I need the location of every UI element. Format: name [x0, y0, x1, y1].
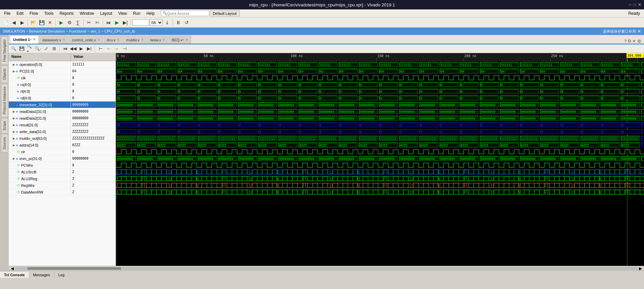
cut-button[interactable]: ✂ — [85, 18, 93, 27]
float-icon[interactable]: ⧉ — [628, 38, 631, 44]
signal-row[interactable]: ◈rs[4:0]0 — [9, 81, 116, 88]
run-for-button[interactable]: ⤓ — [163, 18, 171, 27]
undo-button[interactable]: ◀ — [10, 18, 18, 27]
expand-arrow[interactable]: ▶ — [13, 157, 15, 160]
menu-flow[interactable]: Flow — [27, 10, 41, 16]
expand-arrow[interactable]: ▶ — [13, 143, 15, 147]
sidebar-item-scope[interactable]: Scope — [1, 118, 8, 133]
tab-untitled1-close[interactable]: ✕ — [33, 38, 36, 41]
expand-arrow[interactable]: ▶ — [13, 110, 15, 113]
go-start-button[interactable]: ⏮ — [61, 45, 69, 52]
chinese-layout-text[interactable]: 选择或保存窗口布局 — [603, 29, 636, 34]
signal-row[interactable]: ▶ ◈readData1[31:0]00000000 — [9, 108, 116, 115]
tab-control-unite[interactable]: control_unite.v ✕ — [69, 36, 103, 44]
search-wave-button[interactable]: 🔍 — [10, 45, 17, 52]
time-unit-select[interactable]: ns ps us ms — [149, 19, 163, 26]
signal-row[interactable]: ◈rd[4:0]0 — [9, 95, 116, 101]
tab-untitled1[interactable]: Untitled 1 ● ✕ — [10, 36, 39, 44]
scroll-left-arrow[interactable]: ◀ — [9, 266, 15, 271]
go-prev-button[interactable]: ◀◀ — [70, 45, 77, 52]
menu-file[interactable]: File — [1, 10, 13, 16]
tab-dcu-close[interactable]: ✕ — [117, 38, 120, 42]
settings-button[interactable]: ⚙ — [65, 18, 74, 27]
time-input[interactable]: 304 — [132, 19, 149, 26]
tab-lwsw-close[interactable]: ✕ — [162, 38, 165, 42]
help-icon[interactable]: ? — [624, 39, 627, 44]
signal-row[interactable]: ⏱ALU2RegZ — [9, 175, 116, 182]
menu-reports[interactable]: Reports — [57, 10, 76, 16]
sidebar-item-flow-navigator[interactable]: Flow Navigator — [1, 36, 8, 65]
stats-button[interactable]: ∑ — [74, 18, 82, 27]
signal-row[interactable]: ⏱DataMemRWZ — [9, 189, 116, 196]
tab-muldiv[interactable]: muldiv.v ✕ — [123, 36, 147, 44]
signal-row[interactable]: ▶ ◈write_data[31:0]ZZZZZZZZ — [9, 128, 116, 135]
signal-row[interactable]: ▶ ◈result[31:0]ZZZZZZZZ — [9, 122, 116, 128]
window-controls[interactable]: ─ □ ✕ — [629, 2, 641, 7]
tab-beq-close[interactable]: ✕ — [185, 38, 188, 42]
tab-beq[interactable]: BEQ.v ● ✕ — [169, 36, 191, 44]
run-sim-button[interactable]: ▶ — [57, 18, 65, 27]
maximize-button[interactable]: □ — [634, 2, 636, 7]
close-simbar-button[interactable]: ✕ — [637, 29, 641, 34]
cut2-button[interactable]: ✄ — [93, 18, 101, 27]
signal-row[interactable]: ⏱PCWre0 — [9, 162, 116, 169]
expand-button[interactable]: ⊞ — [50, 45, 58, 52]
sidebar-item-objects[interactable]: Objects — [1, 66, 8, 83]
open-button[interactable]: 📂 — [29, 18, 37, 27]
signal-row[interactable]: ▶ ◈operation[5:0]111111 — [9, 61, 116, 68]
settings-wave-icon[interactable]: ⚙ — [637, 39, 641, 44]
signal-row[interactable]: ▶ ◈addra[14:0]0ZZZ — [9, 142, 116, 149]
tab-messages[interactable]: Messages — [29, 272, 54, 278]
go-next-button[interactable]: ▶ — [78, 45, 85, 52]
tab-muldiv-close[interactable]: ✕ — [141, 38, 144, 42]
minimize-button[interactable]: ─ — [629, 2, 632, 7]
tab-control-unite-close[interactable]: ✕ — [97, 38, 100, 42]
marker-prev-button[interactable]: ← — [105, 45, 112, 52]
zoom-in-button[interactable]: 🔍+ — [26, 45, 34, 52]
save-button[interactable]: 💾 — [38, 18, 46, 27]
waveform-display[interactable] — [116, 53, 644, 266]
signal-row[interactable]: ⏱ALUSrcBZ — [9, 169, 116, 175]
scroll-right-arrow[interactable]: ▶ — [638, 266, 643, 271]
delete-button[interactable]: ✕ — [46, 18, 54, 27]
tab-datasaver-close[interactable]: ✕ — [62, 38, 65, 42]
expand-arrow[interactable]: ▶ — [13, 103, 15, 107]
tab-datasaver[interactable]: datasaver.v ✕ — [39, 36, 68, 44]
zoom-out-button[interactable]: 🔍- — [34, 45, 42, 52]
sidebar-item-sources[interactable]: Sources — [1, 134, 8, 153]
signal-row[interactable]: ▶ ◈immediate_32[31:0]00000000 — [9, 101, 116, 108]
signal-row[interactable]: ▶ ◈imm_pc[31:0]00000000 — [9, 155, 116, 162]
refresh-button[interactable]: ↺ — [183, 18, 191, 27]
menu-tools[interactable]: Tools — [41, 10, 56, 16]
tab-dcu[interactable]: dcu.v ✕ — [104, 36, 123, 44]
fit-button[interactable]: ⤢ — [42, 45, 50, 52]
close-icon[interactable]: ✕ — [632, 39, 636, 44]
scrollbar-track[interactable] — [15, 267, 638, 270]
signal-row[interactable]: ◈rt[4:0]0 — [9, 88, 116, 95]
expand-arrow[interactable]: ▶ — [13, 70, 15, 73]
menu-layout[interactable]: Layout — [97, 10, 115, 16]
run-step-button[interactable]: ▶| — [121, 18, 129, 27]
signal-row[interactable]: ▶ ◈readData2[31:0]00000000 — [9, 115, 116, 122]
new-button[interactable]: 📄 — [1, 18, 9, 27]
search-box[interactable]: 🔍 — [161, 10, 209, 16]
expand-arrow[interactable]: ▶ — [13, 63, 15, 66]
waveform-canvas[interactable] — [116, 61, 644, 266]
signal-row[interactable]: ⏱clr0 — [9, 149, 116, 155]
signal-row[interactable]: ⏱clk0 — [9, 75, 116, 81]
save-wave-button[interactable]: 💾 — [18, 45, 26, 52]
pause-button[interactable]: ⏸ — [174, 18, 182, 27]
default-layout-button[interactable]: Default Layout — [210, 10, 240, 16]
scrollbar-thumb[interactable] — [28, 267, 121, 270]
signal-row[interactable]: ▶ ◈PC[31:0]64 — [9, 68, 116, 75]
sidebar-item-protocol[interactable]: Protocol Instances — [1, 84, 8, 117]
horizontal-scrollbar[interactable]: ◀ ▶ — [9, 266, 644, 271]
signal-row[interactable]: ⏱RegWreZ — [9, 182, 116, 189]
menu-window[interactable]: Window — [77, 10, 97, 16]
menu-view[interactable]: View — [116, 10, 130, 16]
go-end-button[interactable]: ▶| — [86, 45, 93, 52]
redo-button[interactable]: ▶ — [18, 18, 26, 27]
menu-help[interactable]: Help — [144, 10, 157, 16]
step-back-button[interactable]: ⏮ — [104, 18, 112, 27]
expand-arrow[interactable]: ▶ — [13, 137, 15, 140]
